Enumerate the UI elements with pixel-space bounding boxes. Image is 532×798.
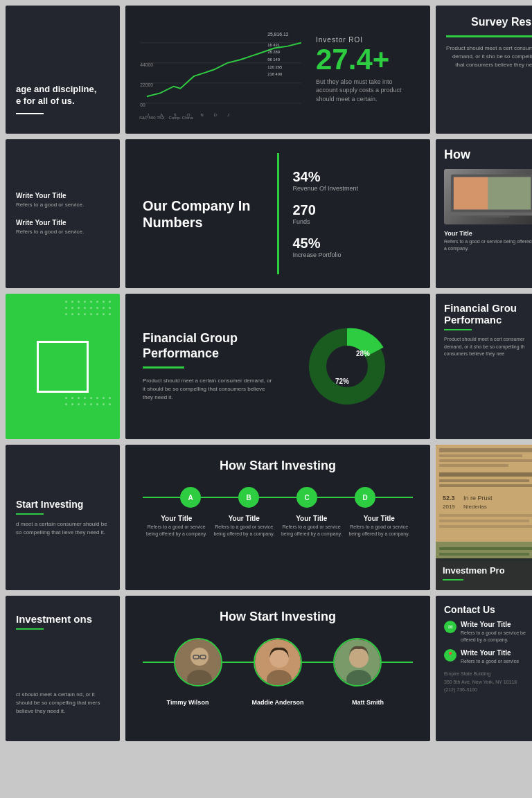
how-title: How (444, 148, 532, 162)
your-title-r2c3: Your Title (444, 230, 532, 237)
slide-r4c1: Start Investing d meet a certain consume… (6, 445, 120, 590)
person-line-1 (143, 662, 174, 663)
persons-names-row: Timmy Wilson Maddie Anderson Matt Smith (143, 699, 413, 706)
company-left: Our Company In Numbers (143, 153, 277, 274)
svg-rect-33 (439, 459, 532, 462)
person-name-matt: Matt Smith (323, 699, 413, 706)
stat1-label: Revenue Of Investment (293, 185, 414, 192)
big-number: 27.4+ (316, 45, 420, 74)
timeline-line-4 (317, 497, 355, 498)
svg-rect-44 (439, 525, 532, 528)
contact-item2-title: Write Your Title (461, 649, 519, 657)
slide-r1c2: 00 22000 44000 J A S O N D J 25,816.12 1… (125, 6, 430, 134)
person-line-3 (302, 662, 333, 663)
slide-r2c1: Write Your Title Refers to a good or ser… (6, 139, 120, 288)
svg-text:25,816.12: 25,816.12 (267, 32, 288, 37)
avatar-timmy (174, 638, 222, 686)
inv-options-title: Investment ons (16, 613, 109, 625)
persons-timeline-row (143, 638, 413, 686)
timeline-item-a: Your Title Refers to a good or service b… (143, 515, 211, 538)
write-desc-1: Refers to a good or service. (16, 201, 109, 209)
timeline-item-c: Your Title Refers to a good or service b… (278, 515, 346, 538)
pie-chart: 28% 72% (302, 321, 392, 411)
news-image: 52.3 In re Prust 2019 Niederlas Investme… (436, 445, 532, 590)
svg-text:120 265: 120 265 (267, 65, 282, 69)
svg-point-59 (349, 648, 369, 668)
divider (16, 113, 44, 114)
contact-item1-title: Write Your Title (461, 621, 532, 628)
svg-rect-43 (439, 520, 529, 522)
fg-left: Financial Group Performance Product shou… (143, 308, 281, 425)
stat2-label: Funds (293, 218, 414, 225)
survey-line (446, 35, 532, 37)
node-a: A (180, 487, 201, 508)
svg-text:J: J (227, 113, 229, 117)
slide-r5c2: How Start Investing (125, 596, 430, 741)
svg-rect-42 (439, 514, 532, 517)
contact-item2-desc: Refers to a good or service (461, 658, 519, 665)
stat3-num: 45% (293, 236, 414, 251)
item-c-desc: Refers to a good or service being offere… (280, 524, 344, 538)
svg-text:44000: 44000 (140, 62, 153, 67)
company-title: Our Company In Numbers (143, 197, 263, 231)
stat1-num: 34% (293, 169, 414, 185)
timeline-line-3 (259, 497, 296, 498)
contact-icon-1: ✉ (444, 621, 456, 633)
svg-text:96 140: 96 140 (267, 57, 280, 62)
white-box (37, 341, 89, 393)
laptop-image (444, 169, 532, 224)
slide-r1c1: age and discipline, e for all of us. (6, 6, 120, 134)
svg-text:Niederlas: Niederlas (463, 504, 487, 510)
svg-text:22000: 22000 (140, 82, 153, 87)
svg-text:52.3: 52.3 (443, 495, 455, 502)
svg-text:28%: 28% (356, 350, 370, 357)
stat3-label: Increase Portfolio (293, 251, 414, 258)
timeline-line-5 (375, 497, 413, 498)
si-desc: d meet a certain consumer should be so c… (16, 520, 109, 537)
svg-text:2019: 2019 (443, 504, 455, 510)
fg-right: 28% 72% (281, 308, 413, 425)
fg-title: Financial Group Performance (143, 331, 274, 361)
slide-r2c3: How Your Title Refers to a good or servi… (436, 139, 532, 288)
inv-options-line (16, 628, 44, 630)
svg-text:In re Prust: In re Prust (463, 495, 493, 502)
timeline-item-b: Your Title Refers to a good or service b… (211, 515, 278, 538)
person-line-2 (222, 662, 254, 663)
slide-r5c3: Contact Us ✉ Write Your Title Refers to … (436, 596, 532, 741)
node-c: C (296, 487, 317, 508)
item-a-desc: Refers to a good or service being offere… (145, 524, 209, 538)
svg-rect-31 (439, 448, 532, 452)
node-b: B (238, 487, 259, 508)
svg-text:16 431: 16 431 (267, 43, 280, 47)
write-block-1: Write Your Title Refers to a good or ser… (16, 192, 109, 209)
svg-rect-46 (439, 547, 532, 550)
slide-r3c2: Financial Group Performance Product shou… (125, 294, 430, 439)
tagline-line2: e for all of us. (16, 96, 109, 107)
investment-overlay: Investmen Pro (436, 558, 532, 590)
main-grid: age and discipline, e for all of us. 00 … (0, 0, 532, 747)
contact-title: Contact Us (444, 604, 532, 615)
item-a-title: Your Title (145, 515, 209, 522)
slide-r4c2: How Start Investing A B C D Your Title R… (125, 445, 430, 590)
avatar-maddie (254, 638, 302, 686)
stat2-num: 270 (293, 202, 414, 218)
person-name-maddie: Maddie Anderson (233, 699, 323, 706)
svg-rect-24 (447, 212, 532, 215)
write-desc-2: Refers to a good or service. (16, 228, 109, 236)
inv-options-desc: ct should meet a certain nd, or it shoul… (16, 691, 109, 716)
svg-text:00: 00 (140, 103, 145, 107)
contact-item-2: 📍 Write Your Title Refers to a good or s… (444, 649, 532, 665)
slide-r3c1 (6, 294, 120, 439)
timeline-row: A B C D (143, 487, 413, 508)
si-line (16, 513, 44, 515)
svg-text:28 289: 28 289 (267, 50, 280, 54)
item-d-desc: Refers to a good or service being offere… (348, 524, 411, 538)
slide-r2c2: Our Company In Numbers 34% Revenue Of In… (125, 139, 430, 288)
inv-line (443, 579, 463, 580)
slide-r1c3: Survey Resu Product should meet a cert c… (436, 6, 532, 134)
item-b-desc: Refers to a good or service being offere… (213, 524, 276, 538)
person-timmy: Timmy Wilson (143, 699, 233, 706)
your-desc-r2c3: Refers to a good or service being offere… (444, 238, 532, 252)
write-block-2: Write Your Title Refers to a good or ser… (16, 219, 109, 236)
fg-line (143, 366, 184, 369)
